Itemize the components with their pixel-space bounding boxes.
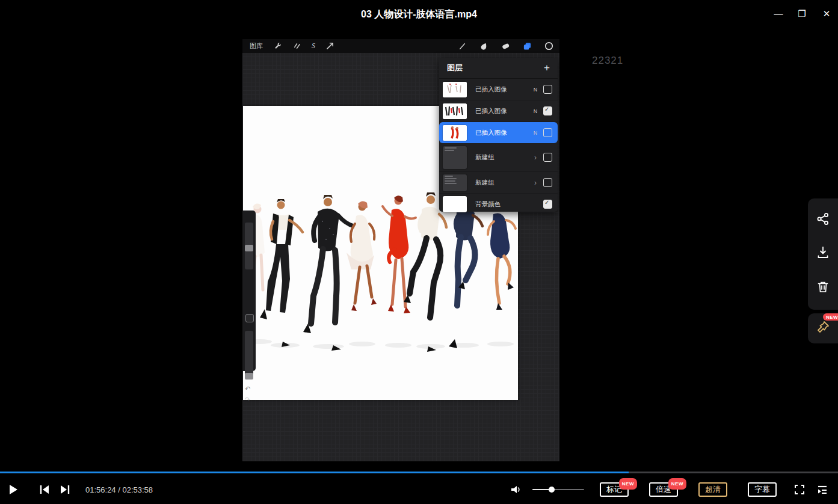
subtitle-button[interactable]: 字幕 bbox=[748, 482, 777, 497]
maximize-button[interactable]: ❐ bbox=[795, 7, 809, 20]
group-thumbnail bbox=[443, 146, 467, 169]
transform-icon[interactable] bbox=[325, 41, 334, 51]
layer-row-selected[interactable]: 已插入图像 N bbox=[439, 122, 558, 143]
watermark-id: 22321 bbox=[592, 55, 623, 67]
blend-mode-button[interactable]: N bbox=[531, 108, 540, 114]
progress-played bbox=[0, 472, 629, 473]
layer-visibility-checkbox[interactable] bbox=[543, 128, 552, 137]
layer-name: 已插入图像 bbox=[475, 129, 531, 137]
undo-icon[interactable]: ↶ bbox=[245, 385, 250, 393]
brush-opacity-slider[interactable] bbox=[245, 331, 253, 379]
sidebar-modify-button[interactable] bbox=[245, 314, 254, 322]
color-swatch-icon[interactable] bbox=[544, 41, 553, 51]
brush-sidebar: ↶ ↷ bbox=[242, 211, 256, 371]
layer-name: 已插入图像 bbox=[475, 85, 531, 94]
layer-visibility-checkbox[interactable] bbox=[543, 153, 552, 162]
fullscreen-icon[interactable] bbox=[793, 484, 806, 496]
speed-button[interactable]: 倍速 NEW bbox=[649, 482, 678, 497]
layer-visibility-checkbox[interactable] bbox=[543, 85, 552, 94]
time-display: 01:56:24 / 02:53:58 bbox=[85, 485, 153, 494]
group-name: 新建组 bbox=[475, 179, 531, 187]
layers-panel: 图层 + 已插入图像 N 已插入图像 N 已插入图像 N bbox=[439, 58, 558, 212]
background-thumbnail bbox=[443, 196, 467, 212]
group-thumbnail bbox=[443, 174, 467, 191]
minimize-button[interactable]: — bbox=[772, 7, 785, 20]
speed-new-badge: NEW bbox=[668, 478, 686, 490]
quality-button[interactable]: 超清 bbox=[698, 482, 727, 497]
layer-thumbnail bbox=[443, 125, 467, 141]
background-layer-row[interactable]: 背景颜色 bbox=[439, 194, 558, 215]
eraser-icon[interactable] bbox=[501, 41, 510, 51]
brush-size-handle[interactable] bbox=[245, 245, 253, 251]
previous-button[interactable] bbox=[39, 484, 51, 496]
expand-chevron-icon[interactable]: › bbox=[531, 179, 540, 187]
side-action-panel bbox=[808, 198, 838, 310]
player-controls: 01:56:24 / 02:53:58 标记 NEW 倍速 NEW 超清 字幕 bbox=[0, 475, 838, 504]
brush-icon[interactable] bbox=[458, 41, 467, 51]
pin-new-badge: NEW bbox=[823, 313, 838, 321]
layer-visibility-checkbox[interactable] bbox=[543, 106, 552, 115]
volume-icon[interactable] bbox=[510, 484, 522, 496]
adjustments-icon[interactable] bbox=[292, 41, 301, 51]
close-button[interactable]: ✕ bbox=[820, 7, 833, 20]
volume-slider[interactable] bbox=[532, 489, 584, 490]
trash-icon[interactable] bbox=[816, 280, 830, 297]
layer-thumbnail bbox=[443, 82, 467, 97]
share-icon[interactable] bbox=[816, 212, 830, 229]
group-name: 新建组 bbox=[475, 153, 531, 162]
expand-chevron-icon[interactable]: › bbox=[531, 153, 540, 162]
gallery-button[interactable]: 图库 bbox=[250, 41, 263, 51]
progress-bar[interactable] bbox=[0, 472, 838, 473]
window-title: 03 人物设计-肢体语言.mp4 bbox=[0, 8, 838, 21]
group-row[interactable]: 新建组 › bbox=[439, 143, 558, 172]
add-layer-button[interactable]: + bbox=[544, 62, 550, 74]
pin-icon[interactable] bbox=[816, 320, 830, 337]
layer-visibility-checkbox[interactable] bbox=[543, 178, 552, 187]
group-row[interactable]: 新建组 › bbox=[439, 172, 558, 194]
procreate-toolbar: 图库 S bbox=[242, 39, 559, 53]
layer-thumbnail bbox=[443, 103, 467, 119]
layers-icon[interactable] bbox=[523, 41, 532, 51]
download-icon[interactable] bbox=[816, 245, 830, 262]
layer-row[interactable]: 已插入图像 N bbox=[439, 79, 558, 100]
pin-panel: NEW bbox=[808, 313, 838, 343]
layer-visibility-checkbox[interactable] bbox=[543, 200, 552, 209]
volume-handle[interactable] bbox=[549, 487, 555, 493]
play-button[interactable] bbox=[7, 484, 19, 496]
layer-row[interactable]: 已插入图像 N bbox=[439, 100, 558, 122]
redo-icon[interactable]: ↷ bbox=[245, 396, 250, 404]
video-frame[interactable]: 图库 S bbox=[242, 39, 559, 461]
selection-icon[interactable]: S bbox=[312, 41, 315, 51]
layer-name: 背景颜色 bbox=[475, 200, 540, 209]
layer-name: 已插入图像 bbox=[475, 107, 531, 115]
layers-title: 图层 bbox=[447, 63, 463, 73]
next-button[interactable] bbox=[59, 484, 71, 496]
wrench-icon[interactable] bbox=[273, 41, 282, 51]
blend-mode-button[interactable]: N bbox=[531, 130, 540, 136]
layers-panel-header: 图层 + bbox=[439, 58, 558, 79]
playlist-icon[interactable] bbox=[816, 484, 828, 496]
brush-opacity-handle[interactable] bbox=[245, 373, 253, 380]
smudge-icon[interactable] bbox=[479, 41, 488, 51]
mark-button[interactable]: 标记 NEW bbox=[600, 482, 629, 497]
mark-new-badge: NEW bbox=[619, 478, 637, 490]
blend-mode-button[interactable]: N bbox=[531, 87, 540, 93]
